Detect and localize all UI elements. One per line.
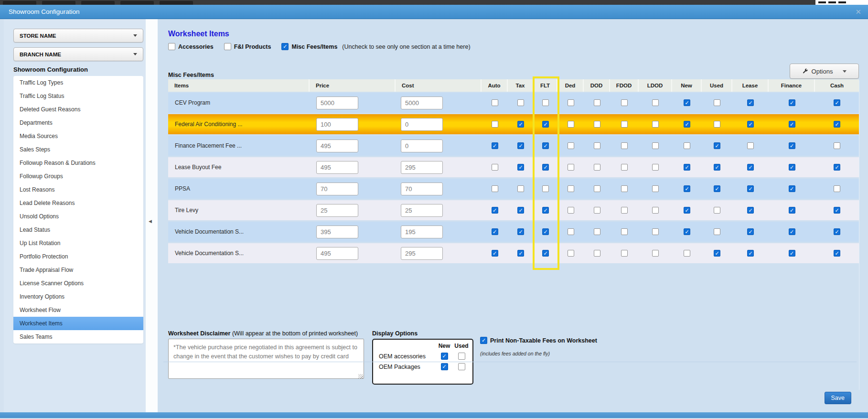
sidebar-item-up-list-rotation[interactable]: Up List Rotation <box>13 236 143 250</box>
finance-checkbox[interactable] <box>789 228 795 235</box>
ldod-checkbox[interactable] <box>652 228 659 235</box>
flt-checkbox[interactable] <box>542 142 549 149</box>
auto-checkbox[interactable] <box>492 228 498 235</box>
collapse-left-arrow-icon[interactable]: ◀ <box>149 219 152 224</box>
fdod-checkbox[interactable] <box>621 142 628 149</box>
lease-checkbox[interactable] <box>747 164 754 171</box>
close-icon[interactable]: ✕ <box>855 8 861 15</box>
sidebar-item-followup-reason-durations[interactable]: Followup Reason & Durations <box>13 156 143 170</box>
accessories-checkbox[interactable] <box>168 43 175 50</box>
branch-name-dropdown[interactable]: BRANCH NAME <box>13 47 143 61</box>
flt-checkbox[interactable] <box>542 250 549 257</box>
flt-checkbox[interactable] <box>542 185 549 192</box>
ded-checkbox[interactable] <box>568 207 574 214</box>
sidebar-item-sales-steps[interactable]: Sales Steps <box>13 143 143 156</box>
fdod-checkbox[interactable] <box>621 228 628 235</box>
tax-checkbox[interactable] <box>517 250 524 257</box>
fi-products-checkbox[interactable] <box>224 43 231 50</box>
lease-checkbox[interactable] <box>747 142 754 149</box>
fdod-checkbox[interactable] <box>621 207 628 214</box>
cash-checkbox[interactable] <box>834 121 840 128</box>
sidebar-item-deleted-guest-reasons[interactable]: Deleted Guest Reasons <box>13 103 143 116</box>
price-input[interactable] <box>316 226 358 238</box>
tax-checkbox[interactable] <box>517 185 524 192</box>
cost-input[interactable] <box>401 204 443 217</box>
new-checkbox[interactable] <box>684 228 690 235</box>
used-checkbox[interactable] <box>714 99 720 106</box>
oem-accessories-used-checkbox[interactable] <box>458 353 465 360</box>
used-checkbox[interactable] <box>714 121 720 128</box>
auto-checkbox[interactable] <box>492 250 498 257</box>
tax-checkbox[interactable] <box>517 207 524 214</box>
used-checkbox[interactable] <box>714 185 720 192</box>
sidebar-item-traffic-log-status[interactable]: Traffic Log Status <box>13 89 143 103</box>
finance-checkbox[interactable] <box>789 250 795 257</box>
used-checkbox[interactable] <box>714 228 720 235</box>
tax-checkbox[interactable] <box>517 228 524 235</box>
fdod-checkbox[interactable] <box>621 250 628 257</box>
ldod-checkbox[interactable] <box>652 185 659 192</box>
new-checkbox[interactable] <box>684 250 690 257</box>
finance-checkbox[interactable] <box>789 207 795 214</box>
sidebar-item-license-scanner-options[interactable]: License Scanner Options <box>13 277 143 290</box>
tax-checkbox[interactable] <box>517 121 524 128</box>
auto-checkbox[interactable] <box>492 164 498 171</box>
flt-checkbox[interactable] <box>542 121 549 128</box>
cost-input[interactable] <box>401 97 443 109</box>
finance-checkbox[interactable] <box>789 99 795 106</box>
cash-checkbox[interactable] <box>834 250 840 257</box>
cash-checkbox[interactable] <box>834 228 840 235</box>
sidebar-item-media-sources[interactable]: Media Sources <box>13 129 143 143</box>
cash-checkbox[interactable] <box>834 99 840 106</box>
cost-input[interactable] <box>401 226 443 238</box>
cost-input[interactable] <box>401 183 443 195</box>
ded-checkbox[interactable] <box>568 250 574 257</box>
dod-checkbox[interactable] <box>594 250 600 257</box>
ldod-checkbox[interactable] <box>652 250 659 257</box>
cost-input[interactable] <box>401 140 443 152</box>
lease-checkbox[interactable] <box>747 228 754 235</box>
fdod-checkbox[interactable] <box>621 121 628 128</box>
new-checkbox[interactable] <box>684 121 690 128</box>
ldod-checkbox[interactable] <box>652 121 659 128</box>
finance-checkbox[interactable] <box>789 164 795 171</box>
ded-checkbox[interactable] <box>568 142 574 149</box>
ldod-checkbox[interactable] <box>652 142 659 149</box>
flt-checkbox[interactable] <box>542 207 549 214</box>
new-checkbox[interactable] <box>684 142 690 149</box>
used-checkbox[interactable] <box>714 207 720 214</box>
print-nontaxable-checkbox[interactable] <box>480 337 487 344</box>
sidebar-item-lead-status[interactable]: Lead Status <box>13 223 143 236</box>
sidebar-item-traffic-log-types[interactable]: Traffic Log Types <box>13 76 143 89</box>
ded-checkbox[interactable] <box>568 164 574 171</box>
sidebar-item-inventory-options[interactable]: Inventory Options <box>13 290 143 303</box>
sidebar-item-portfolio-protection[interactable]: Portfolio Protection <box>13 250 143 263</box>
price-input[interactable] <box>316 140 358 152</box>
save-button[interactable]: Save <box>825 392 852 404</box>
cost-input[interactable] <box>401 247 443 260</box>
ded-checkbox[interactable] <box>568 185 574 192</box>
sidebar-item-trade-appraisal-flow[interactable]: Trade Appraisal Flow <box>13 263 143 277</box>
oem-packages-new-checkbox[interactable] <box>441 363 448 370</box>
dod-checkbox[interactable] <box>594 228 600 235</box>
dod-checkbox[interactable] <box>594 142 600 149</box>
finance-checkbox[interactable] <box>789 185 795 192</box>
new-checkbox[interactable] <box>684 99 690 106</box>
auto-checkbox[interactable] <box>492 207 498 214</box>
finance-checkbox[interactable] <box>789 142 795 149</box>
new-checkbox[interactable] <box>684 207 690 214</box>
ded-checkbox[interactable] <box>568 228 574 235</box>
ded-checkbox[interactable] <box>568 121 574 128</box>
price-input[interactable] <box>316 97 358 109</box>
misc-fees-checkbox[interactable] <box>281 43 289 50</box>
fdod-checkbox[interactable] <box>621 185 628 192</box>
cost-input[interactable] <box>401 161 443 174</box>
dod-checkbox[interactable] <box>594 207 600 214</box>
ldod-checkbox[interactable] <box>652 164 659 171</box>
fdod-checkbox[interactable] <box>621 99 628 106</box>
cash-checkbox[interactable] <box>834 164 840 171</box>
lease-checkbox[interactable] <box>747 250 754 257</box>
sidebar-item-unsold-options[interactable]: Unsold Options <box>13 210 143 223</box>
dod-checkbox[interactable] <box>594 185 600 192</box>
price-input[interactable] <box>316 204 358 217</box>
